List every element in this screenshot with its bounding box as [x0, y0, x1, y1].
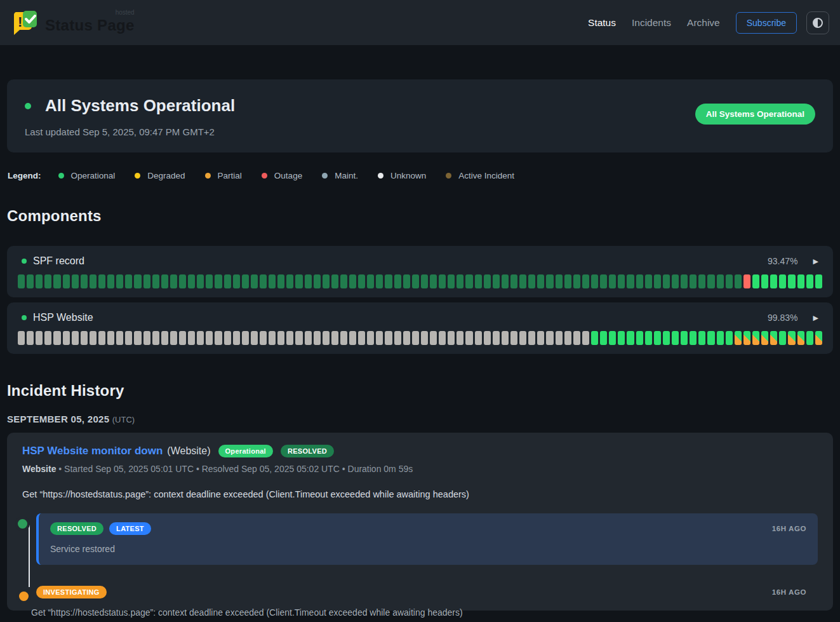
uptime-bar[interactable] [815, 274, 822, 288]
component-header[interactable]: SPF record93.47%▶ [18, 255, 822, 267]
uptime-bar[interactable] [188, 274, 195, 288]
uptime-bar[interactable] [161, 274, 168, 288]
uptime-bar[interactable] [519, 274, 526, 288]
uptime-bar[interactable] [761, 274, 768, 288]
uptime-bar[interactable] [627, 331, 634, 345]
uptime-bar[interactable] [331, 274, 338, 288]
uptime-bar[interactable] [493, 274, 500, 288]
uptime-bar[interactable] [125, 274, 132, 288]
uptime-bar[interactable] [717, 274, 724, 288]
uptime-bar[interactable] [421, 274, 428, 288]
uptime-bar[interactable] [385, 274, 392, 288]
uptime-bar[interactable] [251, 274, 258, 288]
uptime-bar[interactable] [663, 274, 670, 288]
uptime-bar[interactable] [457, 274, 463, 288]
uptime-bar[interactable] [779, 331, 786, 345]
uptime-bar[interactable] [376, 274, 383, 288]
uptime-bar[interactable] [161, 331, 168, 345]
uptime-bar[interactable] [609, 274, 616, 288]
uptime-bar[interactable] [286, 331, 293, 345]
uptime-bar[interactable] [90, 274, 97, 288]
uptime-bar[interactable] [53, 331, 60, 345]
uptime-bar[interactable] [260, 274, 267, 288]
uptime-bar[interactable] [98, 331, 105, 345]
subscribe-button[interactable]: Subscribe [736, 12, 797, 34]
uptime-bar[interactable] [286, 274, 293, 288]
uptime-bar[interactable] [546, 274, 553, 288]
uptime-bar[interactable] [600, 274, 607, 288]
uptime-bar[interactable] [36, 331, 43, 345]
uptime-bar[interactable] [582, 331, 589, 345]
uptime-bar[interactable] [546, 331, 553, 345]
incident-title-link[interactable]: HSP Website monitor down [22, 445, 163, 457]
uptime-bar[interactable] [188, 331, 195, 345]
uptime-bar[interactable] [206, 274, 213, 288]
uptime-bar[interactable] [125, 331, 132, 345]
uptime-bar[interactable] [295, 274, 302, 288]
uptime-bar[interactable] [349, 331, 356, 345]
uptime-bar[interactable] [457, 331, 463, 345]
uptime-bar[interactable] [242, 274, 249, 288]
brand-logo[interactable]: ! hosted Status Page [11, 10, 135, 36]
uptime-bar[interactable] [340, 274, 347, 288]
uptime-bar[interactable] [170, 331, 177, 345]
uptime-bar[interactable] [323, 274, 330, 288]
uptime-bar[interactable] [63, 331, 70, 345]
uptime-bar[interactable] [439, 274, 446, 288]
uptime-bar[interactable] [72, 274, 79, 288]
uptime-bar[interactable] [735, 331, 742, 345]
uptime-bar[interactable] [537, 331, 544, 345]
uptime-bar[interactable] [98, 274, 105, 288]
uptime-bar[interactable] [143, 274, 150, 288]
uptime-bar[interactable] [484, 274, 491, 288]
uptime-bar[interactable] [385, 331, 392, 345]
uptime-bar[interactable] [242, 331, 249, 345]
uptime-bar[interactable] [412, 331, 419, 345]
uptime-bar[interactable] [537, 274, 544, 288]
uptime-bar[interactable] [752, 331, 759, 345]
uptime-bar[interactable] [323, 331, 330, 345]
uptime-bar[interactable] [251, 331, 258, 345]
uptime-bar[interactable] [358, 274, 365, 288]
uptime-bar[interactable] [752, 274, 759, 288]
uptime-bar[interactable] [797, 274, 804, 288]
uptime-bar[interactable] [627, 274, 634, 288]
uptime-bar[interactable] [681, 274, 688, 288]
uptime-bar[interactable] [465, 331, 472, 345]
uptime-bar[interactable] [116, 274, 123, 288]
uptime-bar[interactable] [788, 274, 795, 288]
uptime-bar[interactable] [179, 331, 186, 345]
uptime-bar[interactable] [770, 274, 777, 288]
uptime-bar[interactable] [197, 274, 204, 288]
uptime-bar[interactable] [573, 331, 580, 345]
uptime-bar[interactable] [412, 274, 419, 288]
uptime-bar[interactable] [233, 331, 240, 345]
uptime-bar[interactable] [502, 274, 509, 288]
uptime-bar[interactable] [636, 331, 643, 345]
uptime-bar[interactable] [484, 331, 491, 345]
uptime-bar[interactable] [672, 274, 679, 288]
uptime-bar[interactable] [600, 331, 607, 345]
uptime-bar[interactable] [233, 274, 240, 288]
uptime-bar[interactable] [806, 274, 813, 288]
uptime-bar[interactable] [224, 331, 231, 345]
uptime-bar[interactable] [215, 274, 222, 288]
uptime-bar[interactable] [654, 274, 661, 288]
uptime-bar[interactable] [707, 274, 714, 288]
uptime-bar[interactable] [421, 331, 428, 345]
uptime-bar[interactable] [726, 274, 733, 288]
uptime-bar[interactable] [726, 331, 733, 345]
component-header[interactable]: HSP Website99.83%▶ [18, 312, 822, 323]
uptime-bar[interactable] [743, 274, 750, 288]
uptime-bar[interactable] [269, 331, 276, 345]
uptime-bar[interactable] [743, 331, 750, 345]
uptime-bar[interactable] [340, 331, 347, 345]
uptime-bar[interactable] [27, 274, 34, 288]
uptime-bar[interactable] [582, 274, 589, 288]
uptime-bar[interactable] [349, 274, 356, 288]
uptime-bar[interactable] [448, 331, 455, 345]
uptime-bar[interactable] [63, 274, 70, 288]
uptime-bar[interactable] [618, 274, 625, 288]
uptime-bar[interactable] [681, 331, 688, 345]
uptime-bar[interactable] [314, 331, 321, 345]
